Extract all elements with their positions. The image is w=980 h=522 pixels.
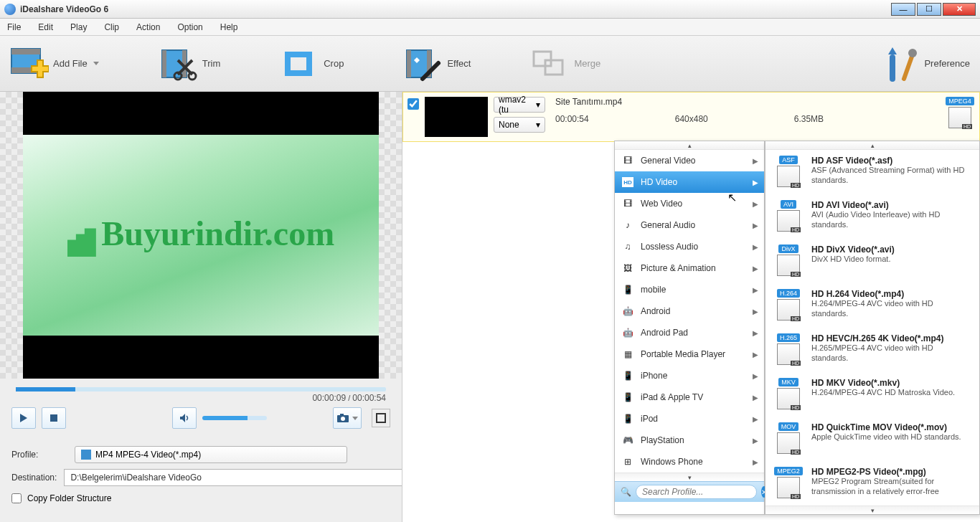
profile-combo[interactable]: MP4 MPEG-4 Video(*.mp4) — [75, 446, 347, 463]
menu-edit[interactable]: Edit — [38, 22, 53, 32]
trim-icon — [156, 44, 198, 83]
category-label: Lossless Audio — [641, 242, 698, 252]
profile-menu: 🎞General Video▶HDHD Video▶🎞Web Video▶♪Ge… — [614, 141, 980, 515]
chevron-right-icon: ▶ — [753, 200, 758, 208]
snapshot-button[interactable] — [333, 407, 362, 429]
format-desc: MPEG2 Program Stream(suited for transmis… — [811, 477, 972, 497]
file-resolution: 640x480 — [675, 114, 708, 124]
format-item[interactable]: ASFHD ASF Video(*.asf)ASF (Advanced Stre… — [765, 150, 979, 194]
category-item[interactable]: HDHD Video▶ — [615, 171, 764, 193]
profile-label: Profile: — [11, 450, 67, 460]
maximize-button[interactable]: ☐ — [917, 3, 941, 16]
format-item[interactable]: MOVHD QuickTime MOV Video(*.mov)Apple Qu… — [765, 417, 979, 461]
subtitle-combo[interactable]: None▾ — [494, 117, 545, 133]
menu-file[interactable]: File — [7, 22, 21, 32]
file-row[interactable]: wmav2 (tu▾ None▾ Site Tanıtımı.mp4 00:00… — [402, 92, 980, 142]
volume-slider[interactable] — [202, 416, 267, 420]
format-icon: DivX — [773, 245, 804, 277]
format-item[interactable]: H.265HD HEVC/H.265 4K Video(*.mp4)H.265/… — [765, 328, 979, 372]
file-checkbox[interactable] — [407, 98, 419, 110]
brand-text-main: Buyur — [101, 214, 195, 252]
output-format-icon[interactable]: MPEG4 — [945, 97, 975, 130]
svg-rect-13 — [545, 60, 562, 75]
add-file-button[interactable]: Add File — [7, 44, 99, 83]
category-item[interactable]: 🤖Android▶ — [615, 300, 764, 322]
category-label: Portable Media Player — [641, 349, 725, 359]
category-item[interactable]: ▦Portable Media Player▶ — [615, 343, 764, 365]
mute-button[interactable] — [172, 407, 197, 429]
svg-point-14 — [908, 49, 917, 57]
menu-action[interactable]: Action — [136, 22, 160, 32]
trim-button[interactable]: Trim — [156, 44, 221, 83]
category-item[interactable]: 🖼Picture & Animation▶ — [615, 257, 764, 279]
search-profile-input[interactable] — [636, 485, 757, 499]
category-label: General Audio — [641, 220, 695, 230]
format-item[interactable]: MKVHD MKV Video(*.mkv)H.264/MPEG-4 AVC H… — [765, 372, 979, 417]
svg-point-7 — [189, 72, 196, 80]
menu-play[interactable]: Play — [70, 22, 87, 32]
format-item[interactable]: AVIHD AVI Video(*.avi)AVI (Audio Video I… — [765, 194, 979, 239]
format-menu: ASFHD ASF Video(*.asf)ASF (Advanced Stre… — [765, 141, 980, 515]
category-icon: ♫ — [622, 242, 633, 252]
time-display: 00:00:09 / 00:00:54 — [0, 393, 386, 403]
category-item[interactable]: 🎞Web Video▶ — [615, 193, 764, 214]
category-item[interactable]: ♪General Audio▶ — [615, 214, 764, 236]
category-item[interactable]: ⊞Windows Phone▶ — [615, 451, 764, 473]
profile-value: MP4 MPEG-4 Video(*.mp4) — [95, 450, 201, 460]
category-icon: 🎮 — [622, 435, 633, 445]
minimize-button[interactable]: — — [891, 3, 915, 16]
menu-help[interactable]: Help — [220, 22, 238, 32]
category-label: iPhone — [641, 371, 667, 381]
format-title: HD MPEG2-PS Video(*.mpg) — [811, 467, 972, 477]
format-desc: H.265/MPEG-4 AVC video with HD standards… — [811, 343, 972, 364]
chevron-right-icon: ▶ — [753, 222, 758, 229]
category-scroll-down[interactable] — [615, 473, 764, 481]
category-item[interactable]: 📱iPad & Apple TV▶ — [615, 386, 764, 408]
category-item[interactable]: 📱iPhone▶ — [615, 365, 764, 386]
category-item[interactable]: 🎞General Video▶ — [615, 150, 764, 171]
category-item[interactable]: 🎮PlayStation▶ — [615, 430, 764, 451]
category-item[interactable]: ♫Lossless Audio▶ — [615, 236, 764, 257]
add-file-label: Add File — [53, 58, 88, 69]
format-icon: MOV — [773, 422, 804, 455]
chevron-right-icon: ▶ — [753, 437, 758, 445]
format-scroll-down[interactable] — [765, 506, 979, 514]
format-scroll-up[interactable] — [765, 141, 979, 150]
chevron-right-icon: ▶ — [753, 157, 758, 165]
stop-button[interactable] — [42, 407, 66, 429]
preference-button[interactable]: Preference — [878, 44, 970, 83]
preview-area[interactable]: Buyurindir.com — [0, 92, 402, 379]
chevron-down-icon — [93, 62, 99, 65]
close-button[interactable]: ✕ — [943, 3, 976, 16]
seek-bar[interactable] — [16, 387, 386, 392]
format-icon: AVI — [773, 200, 804, 233]
format-item[interactable]: MPEG2HD MPEG2-PS Video(*.mpg)MPEG2 Progr… — [765, 461, 979, 506]
chevron-right-icon: ▶ — [753, 179, 758, 186]
category-icon: ⊞ — [622, 457, 633, 467]
category-icon: 📱 — [622, 414, 633, 424]
menu-clip[interactable]: Clip — [104, 22, 119, 32]
format-item[interactable]: H.264HD H.264 Video(*.mp4)H.264/MPEG-4 A… — [765, 283, 979, 328]
format-icon: H.265 — [773, 333, 804, 366]
menu-option[interactable]: Option — [177, 22, 202, 32]
fullscreen-button[interactable] — [372, 409, 390, 427]
destination-input[interactable]: D:\Belgelerim\iDealshare VideoGo — [64, 469, 437, 486]
format-item[interactable]: DivXHD DivX Video(*.avi)DivX HD Video fo… — [765, 239, 979, 283]
category-icon: 🖼 — [622, 263, 633, 273]
category-label: iPad & Apple TV — [641, 392, 703, 402]
crop-button[interactable]: Crop — [278, 44, 344, 83]
play-button[interactable] — [11, 407, 36, 429]
chevron-right-icon: ▶ — [753, 243, 758, 251]
category-icon: HD — [622, 177, 633, 187]
category-item[interactable]: 📱mobile▶ — [615, 279, 764, 300]
format-desc: ASF (Advanced Streaming Format) with HD … — [811, 166, 972, 186]
merge-button[interactable]: Merge — [528, 44, 600, 83]
codec-combo[interactable]: wmav2 (tu▾ — [494, 97, 545, 113]
category-icon: 🤖 — [622, 306, 633, 316]
effect-button[interactable]: Effect — [401, 44, 471, 83]
copy-folder-checkbox[interactable] — [11, 493, 22, 503]
format-desc: Apple QuickTime video with HD standards. — [811, 432, 961, 442]
category-item[interactable]: 🤖Android Pad▶ — [615, 322, 764, 343]
category-scroll-up[interactable] — [615, 141, 764, 150]
category-item[interactable]: 📱iPod▶ — [615, 408, 764, 430]
